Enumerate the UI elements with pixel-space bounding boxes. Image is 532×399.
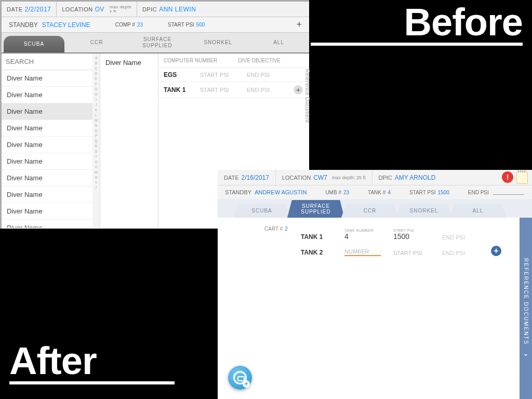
dpic-value[interactable]: AMY ARNOLD xyxy=(395,174,435,181)
date-cell: DATE 2/2/2017 xyxy=(2,2,57,17)
tank-number-field[interactable]: NUMBER xyxy=(344,248,381,256)
diver-row[interactable]: Diver Name xyxy=(2,187,92,203)
chevron-down-icon: ⌄ xyxy=(522,349,530,358)
end-psi-field[interactable]: END PSI xyxy=(442,234,478,241)
notes-icon[interactable] xyxy=(516,171,528,184)
start-psi-field[interactable]: START PSI xyxy=(393,250,430,256)
col-dive-objective: DIVE OBJECTIVE xyxy=(238,58,281,63)
add-button[interactable]: + xyxy=(296,19,302,30)
start-psi-field[interactable]: START PSI1500 xyxy=(393,229,430,241)
tab-all[interactable]: ALL xyxy=(449,204,507,218)
date-label: DATE xyxy=(224,175,239,181)
tab-ccr[interactable]: CCR xyxy=(66,36,127,49)
standby-label: STANDBY xyxy=(225,189,251,195)
tank-row: TANK 2NUMBERSTART PSIEND PSI+ xyxy=(301,241,532,256)
selected-diver-name: Diver Name xyxy=(105,59,141,66)
tab-all[interactable]: ALL xyxy=(248,36,309,49)
tab-ccr[interactable]: CCR xyxy=(341,204,398,218)
diver-row[interactable]: Diver Name xyxy=(2,170,92,187)
col-computer-number: COMPUTER NUMBER xyxy=(164,58,217,63)
tab-snorkel[interactable]: SNORKEL xyxy=(188,36,248,49)
diver-row[interactable]: Diver Name xyxy=(2,203,92,220)
header-icons: ! xyxy=(502,171,532,184)
tank-row: TANK 1TANK NUMBER4START PSI1500END PSI xyxy=(301,225,532,241)
tab-scuba[interactable]: SCUBA xyxy=(233,204,290,218)
after-content: CART #2 TANK 1TANK NUMBER4START PSI1500E… xyxy=(218,218,532,399)
diver-row[interactable]: Diver Name xyxy=(2,103,92,120)
diver-row[interactable]: Diver Name xyxy=(2,220,92,228)
detail-header: COMPUTER NUMBER DIVE OBJECTIVE xyxy=(158,54,309,68)
end-psi-field[interactable]: END PSI xyxy=(442,250,478,256)
before-header: DATE 2/2/2017 LOCATION OV max depthx ft … xyxy=(2,2,309,17)
location-label: LOCATION xyxy=(62,6,92,12)
location-value[interactable]: OV xyxy=(95,6,104,13)
add-tank-button[interactable]: + xyxy=(294,85,303,95)
tab-surface-supplied[interactable]: SURFACESUPPLIED xyxy=(287,200,344,218)
depth-note: max depthx ft xyxy=(110,5,131,14)
diver-list-panel: + Diver NameDiver NameDiver NameDiver Na… xyxy=(2,54,100,228)
standby-label: STANDBY xyxy=(9,21,38,29)
tab-snorkel[interactable]: SNORKEL xyxy=(395,204,453,218)
location-cell: LOCATION OV max depthx ft xyxy=(57,2,137,17)
startpsi-pair: START PSI500 xyxy=(168,22,205,28)
dpic-label: DPIC xyxy=(142,6,157,12)
date-value[interactable]: 2/16/2017 xyxy=(242,174,269,181)
add-diver-fab[interactable]: + xyxy=(228,366,252,390)
selected-diver-panel: Diver Name xyxy=(100,54,158,228)
after-header2: STANDBY ANDREW AGUSTIN UMB #23 TANK #4 S… xyxy=(218,185,532,199)
location-label: LOCATION xyxy=(282,175,311,181)
diver-list: + Diver NameDiver NameDiver NameDiver Na… xyxy=(2,54,92,228)
detail-row: EGSSTART PSIEND PSI xyxy=(158,68,309,82)
date-value[interactable]: 2/2/2017 xyxy=(25,6,51,13)
alpha-index[interactable]: ABCDEFGHIJKLMNOPQRSTUVWXY7 xyxy=(92,54,100,228)
alert-icon[interactable]: ! xyxy=(502,171,513,183)
dpic-label: DPIC xyxy=(379,175,392,181)
before-header2: STANDBY STACEY LEVINE COMP #23 START PSI… xyxy=(2,17,309,33)
tank-number-field[interactable]: TANK NUMBER4 xyxy=(344,229,381,241)
diver-row[interactable]: Diver Name xyxy=(2,153,92,170)
after-label: After xyxy=(9,342,175,384)
add-tank-button[interactable]: + xyxy=(491,246,501,256)
date-label: DATE xyxy=(7,6,23,12)
search-row: + xyxy=(2,54,92,70)
tab-scuba[interactable]: SCUBA xyxy=(4,36,64,52)
diver-row[interactable]: Diver Name xyxy=(2,70,92,87)
after-header: DATE 2/16/2017 LOCATION CW7 max depth: 2… xyxy=(218,170,532,185)
standby-value[interactable]: ANDREW AGUSTIN xyxy=(255,189,307,195)
after-panel: DATE 2/16/2017 LOCATION CW7 max depth: 2… xyxy=(218,170,532,399)
dpic-cell: DPIC ANN LEWIN xyxy=(137,2,201,17)
endpsi-input[interactable] xyxy=(493,190,524,195)
reference-documents-tab[interactable]: REFERENCE DOCUMENTS⌄ xyxy=(520,218,532,399)
diver-row[interactable]: Diver Name xyxy=(2,137,92,153)
plus-icon: + xyxy=(243,380,250,388)
location-cell: LOCATION CW7 max depth: 25 ft xyxy=(276,170,373,185)
cart-label: CART #2 xyxy=(264,226,288,232)
after-tabs: SCUBASURFACESUPPLIEDCCRSNORKELALL xyxy=(218,199,532,218)
tab-surface-supplied[interactable]: SURFACESUPPLIED xyxy=(127,33,188,52)
search-input[interactable] xyxy=(6,58,92,65)
detail-row: TANK 1START PSIEND PSI+ xyxy=(158,82,309,98)
date-cell: DATE 2/16/2017 xyxy=(218,170,276,185)
before-tabs: SCUBACCRSURFACESUPPLIEDSNORKELALL xyxy=(2,33,309,52)
before-label: Before xyxy=(311,3,523,46)
diver-row[interactable]: Diver Name xyxy=(2,87,92,103)
diver-row[interactable]: Diver Name xyxy=(2,120,92,137)
standby-value[interactable]: STACEY LEVINE xyxy=(42,21,90,29)
location-value[interactable]: CW7 xyxy=(313,174,327,181)
dpic-cell: DPIC AMY ARNOLD xyxy=(373,170,442,185)
reference-documents-tab[interactable]: Reference Document xyxy=(304,69,310,123)
dpic-value[interactable]: ANN LEWIN xyxy=(159,6,196,13)
depth-note: max depth: 25 ft xyxy=(332,175,366,180)
comp-pair: COMP #23 xyxy=(115,22,143,28)
